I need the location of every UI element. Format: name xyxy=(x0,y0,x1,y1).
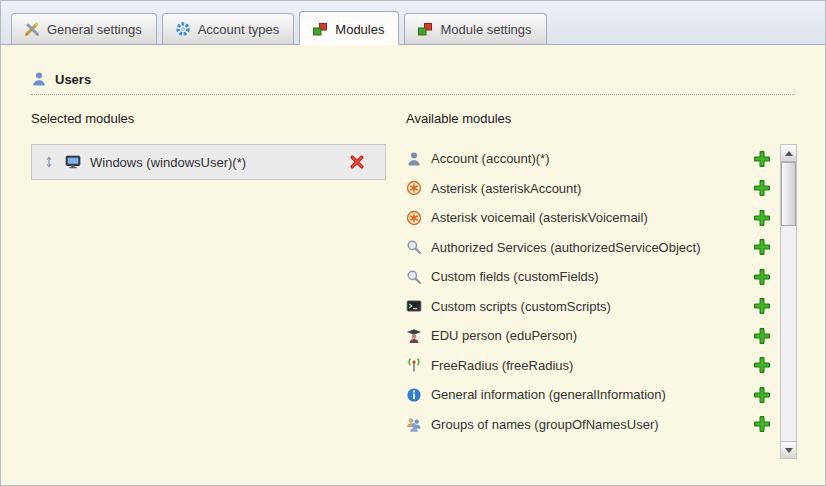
module-label: Account (account)(*) xyxy=(431,151,745,166)
module-label: Custom fields (customFields) xyxy=(431,269,745,284)
tab-label: Module settings xyxy=(440,22,531,37)
arrow-up-icon xyxy=(785,151,793,156)
asterisk-voicemail-icon xyxy=(406,210,422,226)
available-modules-heading: Available modules xyxy=(406,111,797,126)
plus-icon xyxy=(754,298,770,314)
available-module-row: Custom fields (customFields) xyxy=(406,262,780,292)
add-module-button[interactable] xyxy=(754,357,770,373)
arrow-down-icon xyxy=(785,448,793,453)
plus-icon xyxy=(754,210,770,226)
selected-module-row[interactable]: Windows (windowsUser)(*) xyxy=(31,144,386,180)
available-module-row: FreeRadius (freeRadius) xyxy=(406,351,780,381)
add-module-button[interactable] xyxy=(754,328,770,344)
add-module-button[interactable] xyxy=(754,387,770,403)
available-module-row: Asterisk (asteriskAccount) xyxy=(406,174,780,204)
tab-label: Modules xyxy=(335,22,384,37)
plus-icon xyxy=(754,151,770,167)
asterisk-icon xyxy=(406,180,422,196)
tab-module-settings[interactable]: Module settings xyxy=(404,13,546,44)
module-label: Authorized Services (authorizedServiceOb… xyxy=(431,240,745,255)
tab-label: General settings xyxy=(47,22,142,37)
tab-general-settings[interactable]: General settings xyxy=(11,13,157,44)
selected-modules-column: Selected modules Windows (windowsUser)(*… xyxy=(31,111,406,459)
antenna-icon xyxy=(406,357,422,373)
scrollbar[interactable] xyxy=(780,144,797,459)
edu-person-icon xyxy=(406,328,422,344)
plus-icon xyxy=(754,269,770,285)
add-module-button[interactable] xyxy=(754,269,770,285)
selected-module-label: Windows (windowsUser)(*) xyxy=(90,155,340,170)
module-label: Groups of names (groupOfNamesUser) xyxy=(431,417,745,432)
tab-strip: General settings Account types Modules M… xyxy=(1,1,825,44)
available-module-row: Groups of names (groupOfNamesUser) xyxy=(406,410,780,440)
module-settings-icon xyxy=(417,21,433,37)
tab-modules[interactable]: Modules xyxy=(299,11,399,45)
module-label: Custom scripts (customScripts) xyxy=(431,299,745,314)
add-module-button[interactable] xyxy=(754,298,770,314)
account-icon xyxy=(406,151,422,167)
modules-panel: Users Selected modules Windows (windowsU… xyxy=(1,44,825,485)
search-icon xyxy=(406,239,422,255)
delete-icon xyxy=(349,154,365,170)
monitor-icon xyxy=(65,154,81,170)
add-module-button[interactable] xyxy=(754,239,770,255)
module-label: General information (generalInformation) xyxy=(431,387,745,402)
available-module-row: EDU person (eduPerson) xyxy=(406,321,780,351)
add-module-button[interactable] xyxy=(754,151,770,167)
group-icon xyxy=(406,416,422,432)
module-label: EDU person (eduPerson) xyxy=(431,328,745,343)
selected-modules-heading: Selected modules xyxy=(31,111,406,126)
module-configuration-page: General settings Account types Modules M… xyxy=(0,0,826,486)
available-modules-wrap: Account (account)(*) Asterisk (asteriskA… xyxy=(406,144,797,459)
plus-icon xyxy=(754,387,770,403)
add-module-button[interactable] xyxy=(754,210,770,226)
search-icon xyxy=(406,269,422,285)
user-icon xyxy=(31,71,47,87)
tab-account-types[interactable]: Account types xyxy=(162,13,295,44)
add-module-button[interactable] xyxy=(754,180,770,196)
scroll-thumb[interactable] xyxy=(781,162,796,226)
plus-icon xyxy=(754,239,770,255)
scroll-up-button[interactable] xyxy=(781,145,796,162)
info-icon xyxy=(406,387,422,403)
available-modules-column: Available modules Account (account)(*) A… xyxy=(406,111,797,459)
plus-icon xyxy=(754,180,770,196)
module-columns: Selected modules Windows (windowsUser)(*… xyxy=(1,95,825,459)
remove-module-button[interactable] xyxy=(349,154,365,170)
module-label: Asterisk (asteriskAccount) xyxy=(431,181,745,196)
available-modules-list: Account (account)(*) Asterisk (asteriskA… xyxy=(406,144,780,439)
scroll-down-button[interactable] xyxy=(781,441,796,458)
available-module-row: General information (generalInformation) xyxy=(406,380,780,410)
script-icon xyxy=(406,298,422,314)
add-module-button[interactable] xyxy=(754,416,770,432)
available-module-row: Account (account)(*) xyxy=(406,144,780,174)
tools-icon xyxy=(24,21,40,37)
tabs: General settings Account types Modules M… xyxy=(11,11,547,44)
plus-icon xyxy=(754,328,770,344)
users-section-header: Users xyxy=(31,71,795,95)
gear-icon xyxy=(175,21,191,37)
tab-label: Account types xyxy=(198,22,280,37)
module-label: FreeRadius (freeRadius) xyxy=(431,358,745,373)
available-module-row: Custom scripts (customScripts) xyxy=(406,292,780,322)
available-module-row: Authorized Services (authorizedServiceOb… xyxy=(406,233,780,263)
available-module-row: Asterisk voicemail (asteriskVoicemail) xyxy=(406,203,780,233)
plus-icon xyxy=(754,416,770,432)
drag-handle-icon[interactable] xyxy=(42,155,56,169)
section-title: Users xyxy=(55,72,91,87)
module-label: Asterisk voicemail (asteriskVoicemail) xyxy=(431,210,745,225)
modules-icon xyxy=(312,21,328,37)
plus-icon xyxy=(754,357,770,373)
